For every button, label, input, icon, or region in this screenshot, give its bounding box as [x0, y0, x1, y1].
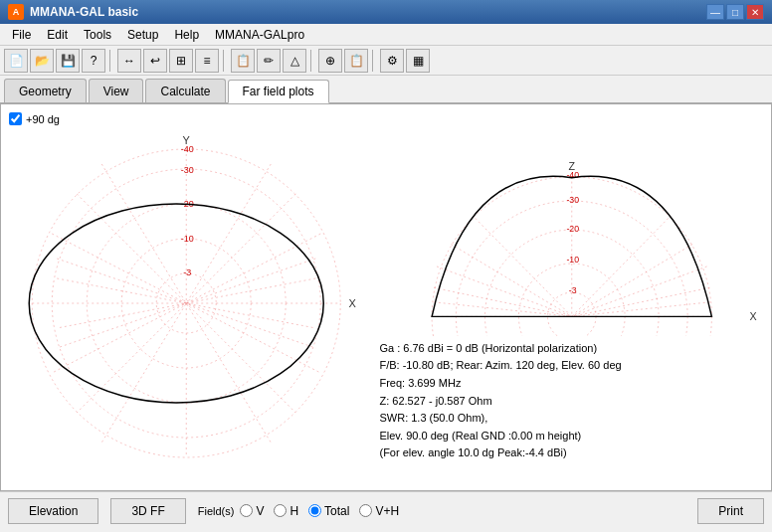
menu-edit[interactable]: Edit — [39, 26, 76, 44]
fields-group: Field(s) V H Total V+H — [198, 504, 399, 518]
radio-h-text: H — [290, 504, 298, 518]
svg-text:-3: -3 — [183, 267, 191, 277]
info-line-5: SWR: 1.3 (50.0 Ohm), — [379, 410, 765, 428]
toolbar-new[interactable]: 📄 — [4, 49, 28, 73]
radio-h[interactable] — [274, 504, 287, 517]
close-button[interactable]: ✕ — [746, 4, 764, 20]
info-panel: Ga : 6.76 dBi = 0 dB (Horizontal polariz… — [371, 336, 772, 466]
svg-rect-0 — [2, 104, 370, 490]
svg-text:-20: -20 — [567, 224, 580, 234]
info-line-7: (For elev. angle 10.0 dg Peak:-4.4 dBi) — [379, 444, 765, 462]
toolbar-open[interactable]: 📂 — [30, 49, 54, 73]
toolbar-table[interactable]: ▦ — [406, 49, 430, 73]
radio-v-text: V — [256, 504, 264, 518]
tab-view[interactable]: View — [89, 79, 144, 102]
plot-checkbox-label: +90 dg — [9, 112, 60, 125]
toolbar-save[interactable]: 💾 — [56, 49, 80, 73]
right-polar-svg: -3 -10 -20 -30 -40 Z X — [371, 104, 772, 336]
info-line-1: Ga : 6.76 dBi = 0 dB (Horizontal polariz… — [379, 340, 765, 358]
svg-text:Y: Y — [183, 134, 191, 146]
toolbar-copy[interactable]: 📋 — [231, 49, 255, 73]
menu-setup[interactable]: Setup — [119, 26, 166, 44]
svg-text:-30: -30 — [181, 165, 194, 175]
left-polar-svg: -3 -10 -20 -30 -40 Y X — [1, 104, 371, 490]
toolbar-triangle[interactable]: △ — [283, 49, 306, 73]
tab-calculate[interactable]: Calculate — [145, 79, 225, 102]
tab-geometry[interactable]: Geometry — [4, 79, 87, 102]
toolbar-sep-1 — [109, 50, 113, 72]
svg-text:-10: -10 — [567, 255, 580, 265]
radio-v[interactable] — [240, 504, 253, 517]
radio-group: V H Total V+H — [240, 504, 399, 518]
minimize-button[interactable]: — — [706, 4, 724, 20]
toolbar-help[interactable]: ? — [82, 49, 105, 73]
svg-text:-30: -30 — [567, 195, 580, 205]
radio-vh-label[interactable]: V+H — [359, 504, 399, 518]
svg-text:X: X — [349, 297, 357, 309]
radio-v-label[interactable]: V — [240, 504, 264, 518]
toolbar-settings[interactable]: ⚙ — [380, 49, 404, 73]
toolbar-move[interactable]: ↔ — [117, 49, 141, 73]
toolbar-undo[interactable]: ↩ — [143, 49, 167, 73]
title-bar-left: A MMANA-GAL basic — [8, 4, 138, 20]
toolbar-sep-4 — [372, 50, 376, 72]
plot-checkbox-text: +90 dg — [26, 113, 60, 125]
plot-checkbox[interactable] — [9, 112, 22, 125]
svg-text:X: X — [750, 310, 757, 322]
maximize-button[interactable]: □ — [726, 4, 744, 20]
radio-h-label[interactable]: H — [274, 504, 298, 518]
menu-help[interactable]: Help — [166, 26, 207, 44]
info-line-3: Freq: 3.699 MHz — [379, 375, 765, 393]
app-icon: A — [8, 4, 24, 20]
tab-bar: Geometry View Calculate Far field plots — [0, 76, 772, 103]
toolbar-grid[interactable]: ⊞ — [169, 49, 193, 73]
toolbar-list[interactable]: ≡ — [195, 49, 219, 73]
info-line-6: Elev. 90.0 deg (Real GND :0.00 m height) — [379, 428, 765, 445]
menu-file[interactable]: File — [4, 26, 39, 44]
toolbar-sep-3 — [310, 50, 314, 72]
toolbar-paste[interactable]: 📋 — [344, 49, 368, 73]
tab-farfield[interactable]: Far field plots — [228, 80, 329, 103]
app-title: MMANA-GAL basic — [30, 5, 138, 19]
radio-total-text: Total — [324, 504, 349, 518]
toolbar-sep-2 — [223, 50, 227, 72]
svg-text:-3: -3 — [569, 285, 577, 295]
svg-text:Z: Z — [569, 160, 576, 172]
print-button[interactable]: Print — [697, 498, 764, 524]
title-controls: — □ ✕ — [706, 4, 764, 20]
main-content: +90 dg — [0, 103, 772, 491]
bottom-bar: Elevation 3D FF Field(s) V H Total V+H P… — [0, 491, 772, 529]
radio-total[interactable] — [308, 504, 321, 517]
title-bar: A MMANA-GAL basic — □ ✕ — [0, 0, 772, 24]
right-plot: -3 -10 -20 -30 -40 Z X — [371, 104, 772, 336]
threed-button[interactable]: 3D FF — [110, 498, 185, 524]
menu-tools[interactable]: Tools — [76, 26, 119, 44]
menu-mmana-galpro[interactable]: MMANA-GALpro — [207, 26, 312, 44]
menu-bar: File Edit Tools Setup Help MMANA-GALpro — [0, 24, 772, 46]
radio-vh[interactable] — [359, 504, 372, 517]
toolbar-circle[interactable]: ⊕ — [318, 49, 342, 73]
toolbar-edit[interactable]: ✏ — [257, 49, 281, 73]
radio-vh-text: V+H — [375, 504, 399, 518]
radio-total-label[interactable]: Total — [308, 504, 349, 518]
left-plot: -3 -10 -20 -30 -40 Y X — [1, 104, 371, 490]
right-section: -3 -10 -20 -30 -40 Z X — [371, 104, 772, 490]
toolbar: 📄 📂 💾 ? ↔ ↩ ⊞ ≡ 📋 ✏ △ ⊕ 📋 ⚙ ▦ — [0, 46, 772, 76]
info-line-4: Z: 62.527 - j0.587 Ohm — [379, 393, 765, 411]
content-area: +90 dg — [1, 104, 772, 490]
fields-label: Field(s) — [198, 505, 235, 517]
plots-container: -3 -10 -20 -30 -40 Y X — [1, 104, 772, 490]
elevation-button[interactable]: Elevation — [8, 498, 98, 524]
svg-text:-10: -10 — [181, 234, 194, 244]
info-line-2: F/B: -10.80 dB; Rear: Azim. 120 deg, Ele… — [379, 357, 765, 375]
